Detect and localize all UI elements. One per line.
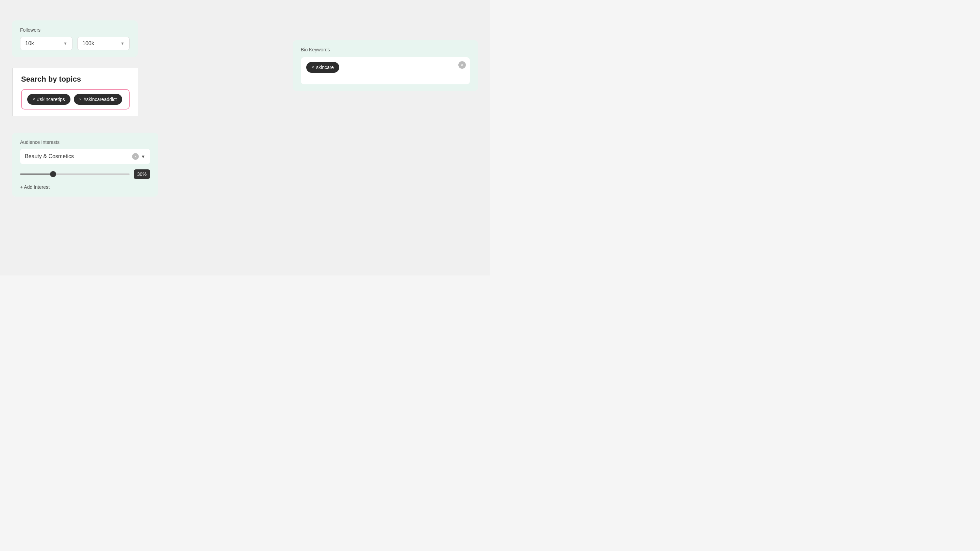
followers-max-value: 100k: [82, 40, 94, 47]
topics-input-area[interactable]: × #skincaretips × #skincareaddict: [21, 89, 130, 110]
followers-min-dropdown[interactable]: 10k ▼: [20, 37, 73, 50]
followers-max-dropdown[interactable]: 100k ▼: [77, 37, 130, 50]
bio-keyword-tag-skincare: × skincare: [306, 62, 339, 73]
bio-keywords-title: Bio Keywords: [301, 47, 470, 52]
bio-keyword-tag-skincare-remove[interactable]: ×: [312, 65, 314, 70]
topic-tag-skincaretips-remove[interactable]: ×: [33, 97, 35, 102]
audience-interests-slider-badge: 30%: [134, 169, 150, 179]
audience-interests-dropdown-arrow[interactable]: ▼: [141, 154, 145, 159]
bio-clear-icon: ×: [461, 63, 463, 67]
followers-label: Followers: [20, 27, 130, 33]
topic-tag-skincaretips: × #skincaretips: [27, 94, 70, 105]
audience-interests-card: Audience Interests Beauty & Cosmetics × …: [12, 133, 158, 197]
audience-interests-slider-track: [20, 173, 130, 175]
topic-tag-skincaretips-label: #skincaretips: [37, 97, 65, 102]
audience-interests-slider-thumb[interactable]: [50, 171, 56, 177]
followers-max-arrow: ▼: [121, 41, 124, 46]
topic-tag-skincareaddict-remove[interactable]: ×: [79, 97, 82, 102]
add-interest-button[interactable]: + Add Interest: [20, 184, 50, 190]
bio-keyword-tag-skincare-label: skincare: [316, 65, 334, 70]
bio-input-area[interactable]: × skincare ×: [301, 57, 470, 84]
followers-card: Followers 10k ▼ 100k ▼: [12, 21, 138, 57]
audience-interests-label: Audience Interests: [20, 140, 150, 145]
add-interest-label: + Add Interest: [20, 184, 50, 190]
topics-card: Search by topics × #skincaretips × #skin…: [12, 68, 138, 116]
topic-tag-skincareaddict: × #skincareaddict: [74, 94, 122, 105]
audience-interests-clear-button[interactable]: ×: [132, 153, 139, 160]
audience-interests-slider-container: 30%: [20, 169, 150, 179]
audience-interests-value: Beauty & Cosmetics: [25, 153, 74, 159]
followers-dropdowns: 10k ▼ 100k ▼: [20, 37, 130, 50]
audience-clear-icon: ×: [134, 154, 137, 159]
topics-title: Search by topics: [21, 75, 130, 84]
bio-keywords-card: Bio Keywords × skincare ×: [293, 40, 478, 91]
audience-interests-slider-fill: [20, 173, 53, 175]
audience-interests-controls: × ▼: [132, 153, 145, 160]
followers-min-value: 10k: [25, 40, 34, 47]
page-container: Followers 10k ▼ 100k ▼ Search by topics …: [0, 0, 490, 275]
audience-interests-input-row: Beauty & Cosmetics × ▼: [20, 149, 150, 164]
topic-tag-skincareaddict-label: #skincareaddict: [84, 97, 117, 102]
bio-clear-button[interactable]: ×: [458, 61, 466, 69]
followers-min-arrow: ▼: [63, 41, 67, 46]
